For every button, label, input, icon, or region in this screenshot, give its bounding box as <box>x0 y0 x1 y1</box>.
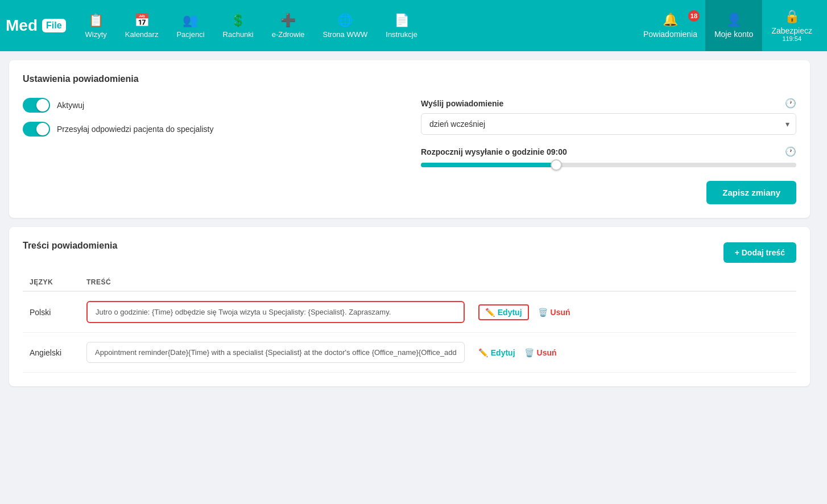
account-nav-item[interactable]: 👤 Moje konto <box>705 0 762 51</box>
trash-icon: 🗑️ <box>538 308 548 317</box>
pencil-icon: ✏️ <box>478 348 488 357</box>
notifications-label: Powiadomienia <box>643 30 697 39</box>
nav-item-pacjenci[interactable]: 👥Pacjenci <box>168 9 212 43</box>
trash-icon: 🗑️ <box>524 348 534 357</box>
add-content-button[interactable]: + Dodaj treść <box>723 242 796 263</box>
pacjenci-icon: 👥 <box>183 13 198 28</box>
navbar: Med File 📋Wizyty📅Kalendarz👥Pacjenci💲Rach… <box>0 0 827 51</box>
notifications-nav-item[interactable]: 🔔 18 Powiadomienia <box>635 8 705 43</box>
slider-track <box>421 163 796 167</box>
edit-button-angielski[interactable]: ✏️ Edytuj <box>478 348 515 357</box>
strona-www-icon: 🌐 <box>337 13 353 28</box>
rachunki-icon: 💲 <box>230 13 246 28</box>
person-icon: 👤 <box>726 13 742 27</box>
delete-button-polski[interactable]: 🗑️ Usuń <box>538 308 570 317</box>
nav-item-wizyty[interactable]: 📋Wizyty <box>77 9 115 43</box>
pencil-icon: ✏️ <box>485 308 495 317</box>
col-language: JĘZYK <box>23 274 80 291</box>
nav-item-rachunki[interactable]: 💲Rachunki <box>215 9 262 43</box>
lock-icon: 🔒 <box>784 9 800 24</box>
actions-cell-angielski: ✏️ Edytuj🗑️ Usuń <box>472 333 796 373</box>
clock-icon-2: 🕐 <box>785 146 796 157</box>
kalendarz-icon: 📅 <box>134 13 150 28</box>
wizyty-icon: 📋 <box>88 13 104 28</box>
save-button[interactable]: Zapisz zmiany <box>706 181 796 204</box>
ezdrowie-icon: ➕ <box>280 13 296 28</box>
content-card: Treści powiadomienia + Dodaj treść JĘZYK… <box>9 227 810 386</box>
delete-button-angielski[interactable]: 🗑️ Usuń <box>524 348 557 357</box>
clock-icon-1: 🕐 <box>785 98 796 109</box>
nav-item-strona-www[interactable]: 🌐Strona WWW <box>315 9 376 43</box>
table-body: Polski✏️ Edytuj🗑️ UsuńAngielski✏️ Edytuj… <box>23 291 796 373</box>
przesylaj-toggle-row: Przesyłaj odpowiedzi pacjenta do specjal… <box>23 122 398 137</box>
content-card-title: Treści powiadomienia <box>23 241 117 251</box>
nav-item-instrukcje[interactable]: 📄Instrukcje <box>378 9 425 43</box>
send-notification-label: Wyślij powiadomienie 🕐 <box>421 98 796 109</box>
aktywuj-toggle[interactable] <box>23 98 50 113</box>
przesylaj-label: Przesyłaj odpowiedzi pacjenta do specjal… <box>57 125 213 134</box>
table-row: Angielski✏️ Edytuj🗑️ Usuń <box>23 333 796 373</box>
przesylaj-toggle[interactable] <box>23 122 50 137</box>
settings-left: Aktywuj Przesyłaj odpowiedzi pacjenta do… <box>23 98 398 167</box>
table-header: JĘZYK TREŚĆ <box>23 274 796 291</box>
nav-items: 📋Wizyty📅Kalendarz👥Pacjenci💲Rachunki➕e-Zd… <box>77 9 635 43</box>
edit-button-polski[interactable]: ✏️ Edytuj <box>478 304 529 320</box>
nav-item-ezdrowie[interactable]: ➕e-Zdrowie <box>264 9 313 43</box>
bell-icon: 🔔 <box>663 13 678 27</box>
main-content: Ustawienia powiadomienia Aktywuj Przesył… <box>0 51 819 404</box>
nav-right: 🔔 18 Powiadomienia 👤 Moje konto 🔒 Zabezp… <box>635 0 821 51</box>
nav-item-kalendarz[interactable]: 📅Kalendarz <box>117 9 167 43</box>
logo[interactable]: Med File <box>6 16 66 35</box>
instrukcje-icon: 📄 <box>394 13 410 28</box>
lock-time: 119:54 <box>782 35 801 42</box>
content-cell-polski <box>80 291 472 333</box>
slider-fill <box>421 163 556 167</box>
settings-card-title: Ustawienia powiadomienia <box>23 74 796 84</box>
lock-nav-item[interactable]: 🔒 Zabezpiecz 119:54 <box>762 0 821 51</box>
toggle-knob-2 <box>36 123 49 135</box>
toggle-knob <box>36 99 49 111</box>
settings-right: Wyślij powiadomienie 🕐 dzień wcześniej2 … <box>421 98 796 167</box>
account-label: Moje konto <box>714 30 753 39</box>
start-sending-label: Rozpocznij wysyłanie o godzinie 09:00 🕐 <box>421 146 796 157</box>
slider-thumb[interactable] <box>551 159 562 171</box>
aktywuj-label: Aktywuj <box>57 101 84 110</box>
aktywuj-toggle-row: Aktywuj <box>23 98 398 113</box>
table-row: Polski✏️ Edytuj🗑️ Usuń <box>23 291 796 333</box>
settings-layout: Aktywuj Przesyłaj odpowiedzi pacjenta do… <box>23 98 796 167</box>
col-content: TREŚĆ <box>80 274 472 291</box>
lang-cell-angielski: Angielski <box>23 333 80 373</box>
content-input-polski[interactable] <box>86 301 465 323</box>
settings-card: Ustawienia powiadomienia Aktywuj Przesył… <box>9 60 810 218</box>
content-input-angielski[interactable] <box>86 342 465 363</box>
content-card-header: Treści powiadomienia + Dodaj treść <box>23 241 796 265</box>
slider-section: Rozpocznij wysyłanie o godzinie 09:00 🕐 <box>421 146 796 167</box>
lang-cell-polski: Polski <box>23 291 80 333</box>
content-cell-angielski <box>80 333 472 373</box>
send-notification-select-wrapper: dzień wcześniej2 dni wcześniejgodzinę wc… <box>421 113 796 135</box>
content-table: JĘZYK TREŚĆ Polski✏️ Edytuj🗑️ UsuńAngiel… <box>23 274 796 373</box>
lock-label: Zabezpiecz <box>771 26 812 35</box>
logo-file: File <box>42 19 66 32</box>
logo-med: Med <box>6 16 38 35</box>
send-notification-select[interactable]: dzień wcześniej2 dni wcześniejgodzinę wc… <box>421 113 796 135</box>
save-row: Zapisz zmiany <box>23 181 796 204</box>
actions-cell-polski: ✏️ Edytuj🗑️ Usuń <box>472 291 796 333</box>
notifications-badge: 18 <box>688 10 700 22</box>
